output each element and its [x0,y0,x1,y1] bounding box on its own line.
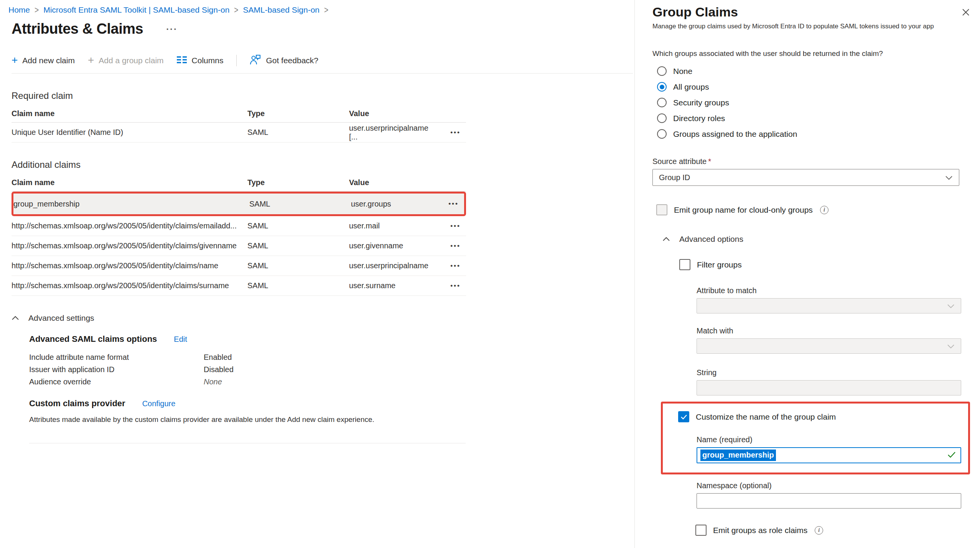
namespace-label: Namespace (optional) [697,481,970,490]
got-feedback-label: Got feedback? [266,56,318,65]
string-label: String [697,368,970,377]
claim-name-cell: group_membership [13,200,249,208]
filter-groups-checkbox[interactable] [679,259,690,270]
row-menu-icon[interactable]: ••• [450,242,466,250]
required-claim-heading: Required claim [12,90,634,101]
radio-security-groups[interactable]: Security groups [657,95,970,110]
column-claim-name: Claim name [12,178,247,187]
columns-button[interactable]: Columns [177,56,224,66]
customize-name-label: Customize the name of the group claim [696,412,836,422]
namespace-input[interactable] [697,493,961,509]
radio-label: Groups assigned to the application [673,130,797,139]
plus-icon: + [12,55,18,66]
radio-label: Security groups [673,98,729,107]
add-new-claim-button[interactable]: + Add new claim [12,56,75,66]
chevron-up-icon [662,237,670,241]
source-attribute-text: Source attribute [652,157,707,166]
table-header-row: Claim name Type Value [12,174,466,192]
advanced-settings-toggle[interactable]: Advanced settings [12,313,634,323]
advanced-settings-label: Advanced settings [28,313,94,323]
advanced-options-toggle[interactable]: Advanced options [662,235,970,244]
match-with-label: Match with [697,327,970,335]
radio-selected-icon [657,82,667,92]
row-menu-icon[interactable]: ••• [450,262,466,270]
group-selection-question: Which groups associated with the user sh… [652,49,970,58]
add-group-claim-button[interactable]: + Add a group claim [88,56,164,66]
source-attribute-label: Source attribute* [652,157,970,166]
option-value: Disabled [204,363,634,376]
custom-claims-provider-description: Attributes made available by the custom … [29,415,634,424]
breadcrumb-toolkit[interactable]: Microsoft Entra SAML Toolkit | SAML-base… [43,5,229,15]
radio-none[interactable]: None [657,63,970,79]
name-input[interactable]: group_membership [697,447,961,463]
section-divider-line [29,443,466,443]
close-icon[interactable] [961,8,970,17]
breadcrumb-saml-signon[interactable]: SAML-based Sign-on [243,5,320,15]
radio-all-groups[interactable]: All groups [657,79,970,95]
table-row-group-membership[interactable]: group_membership SAML user.groups ••• [12,192,466,216]
emit-roles-checkbox-row: Emit groups as role claims i [695,525,970,536]
source-attribute-dropdown[interactable]: Group ID [652,169,959,186]
got-feedback-button[interactable]: Got feedback? [250,54,318,67]
columns-icon [177,56,187,66]
claim-type-cell: SAML [249,200,351,208]
option-value: None [204,376,634,388]
emit-roles-checkbox[interactable] [695,525,707,536]
string-input [697,380,961,395]
customize-name-checkbox[interactable] [678,411,689,422]
table-row[interactable]: http://schemas.xmlsoap.org/ws/2005/05/id… [12,276,466,296]
chevron-down-icon [947,302,955,310]
breadcrumb-home[interactable]: Home [8,5,30,15]
radio-label: None [673,67,692,76]
table-row[interactable]: Unique User Identifier (Name ID) SAML us… [12,123,466,143]
filter-groups-checkbox-row: Filter groups [679,259,970,270]
required-claim-table: Claim name Type Value Unique User Identi… [12,105,466,143]
radio-groups-assigned[interactable]: Groups assigned to the application [657,126,970,142]
customize-name-highlight: Customize the name of the group claim Na… [661,402,970,474]
advanced-saml-claims-heading: Advanced SAML claims options [29,334,157,344]
match-with-dropdown [697,338,961,354]
table-row[interactable]: http://schemas.xmlsoap.org/ws/2005/05/id… [12,216,466,236]
radio-label: Directory roles [673,114,725,123]
table-row[interactable]: http://schemas.xmlsoap.org/ws/2005/05/id… [12,256,466,276]
column-value: Value [349,178,437,187]
row-menu-icon[interactable]: ••• [448,200,464,208]
row-menu-icon[interactable]: ••• [450,222,466,230]
toolbar-divider [236,55,237,66]
chevron-down-icon [947,342,955,351]
edit-link[interactable]: Edit [174,335,187,344]
radio-circle-icon [657,66,667,76]
attributes-and-claims-page: Home > Microsoft Entra SAML Toolkit | SA… [0,0,980,548]
configure-link[interactable]: Configure [142,399,176,408]
column-value: Value [349,109,437,118]
claim-value-cell: user.givenname [349,241,437,250]
radio-circle-icon [657,113,667,123]
page-more-icon[interactable]: ··· [166,24,178,34]
claim-type-cell: SAML [247,261,349,270]
plus-icon: + [88,55,94,66]
claim-type-cell: SAML [247,221,349,230]
table-row[interactable]: http://schemas.xmlsoap.org/ws/2005/05/id… [12,236,466,256]
chevron-up-icon [12,316,19,320]
radio-directory-roles[interactable]: Directory roles [657,110,970,126]
columns-label: Columns [192,56,224,65]
attribute-to-match-dropdown [697,298,961,313]
toolbar-divider-line [12,73,633,74]
row-menu-icon[interactable]: ••• [450,129,466,136]
claim-value-cell: user.groups [351,200,439,208]
column-type: Type [247,109,349,118]
emit-group-name-label: Emit group name for cloud-only groups [674,205,813,215]
breadcrumb-separator-icon: > [324,5,328,15]
emit-group-name-checkbox [656,204,667,215]
name-input-selected-text: group_membership [700,450,776,461]
page-title: Attributes & Claims [12,21,143,37]
row-menu-icon[interactable]: ••• [450,282,466,290]
info-icon: i [820,206,828,214]
option-label: Issuer with application ID [29,363,204,376]
custom-claims-provider-heading: Custom claims provider [29,399,125,409]
group-type-radio-group: None All groups Security groups Director… [657,63,970,142]
radio-circle-icon [657,98,667,107]
option-label: Include attribute name format [29,351,204,363]
column-type: Type [247,178,349,187]
emit-roles-label: Emit groups as role claims [713,526,807,535]
